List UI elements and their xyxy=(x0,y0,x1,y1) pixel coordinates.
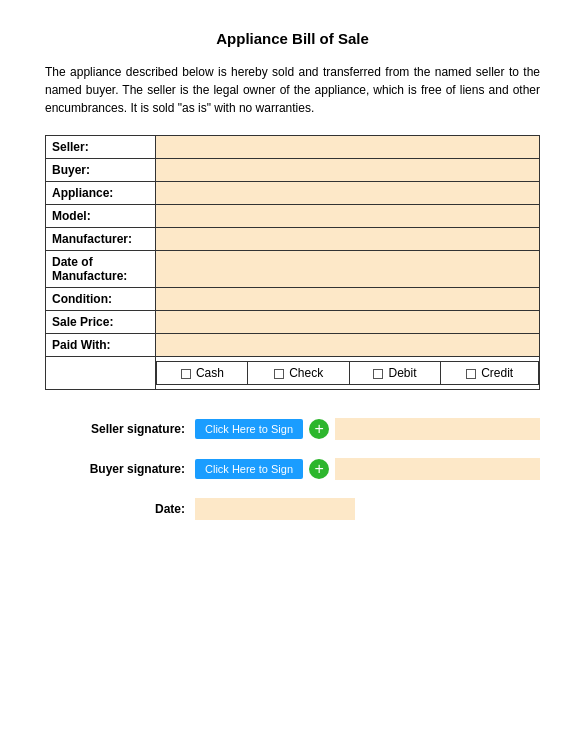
manufacturer-label: Manufacturer: xyxy=(46,228,156,251)
paid-with-input[interactable] xyxy=(156,334,540,357)
buyer-label: Buyer: xyxy=(46,159,156,182)
table-row: Buyer: xyxy=(46,159,540,182)
date-row: Date: xyxy=(65,498,540,520)
date-manufacture-input[interactable] xyxy=(156,251,540,288)
appliance-input[interactable] xyxy=(156,182,540,205)
seller-signature-label: Seller signature: xyxy=(65,422,195,436)
sale-price-input[interactable] xyxy=(156,311,540,334)
seller-label: Seller: xyxy=(46,136,156,159)
payment-label-empty xyxy=(46,357,156,390)
table-row: Date ofManufacture: xyxy=(46,251,540,288)
check-option[interactable]: Check xyxy=(248,362,349,385)
buyer-signature-input[interactable] xyxy=(335,458,540,480)
table-row: Appliance: xyxy=(46,182,540,205)
buyer-signature-row: Buyer signature: Click Here to Sign + xyxy=(65,458,540,480)
date-manufacture-label: Date ofManufacture: xyxy=(46,251,156,288)
seller-signature-input[interactable] xyxy=(335,418,540,440)
seller-signature-row: Seller signature: Click Here to Sign + xyxy=(65,418,540,440)
credit-checkbox[interactable] xyxy=(466,369,476,379)
buyer-signature-label: Buyer signature: xyxy=(65,462,195,476)
credit-label: Credit xyxy=(481,366,513,380)
buyer-signature-content: Click Here to Sign + xyxy=(195,458,540,480)
cash-label: Cash xyxy=(196,366,224,380)
form-table: Seller: Buyer: Appliance: Model: Manufac… xyxy=(45,135,540,390)
buyer-add-icon[interactable]: + xyxy=(309,459,329,479)
debit-checkbox[interactable] xyxy=(373,369,383,379)
table-row: Sale Price: xyxy=(46,311,540,334)
debit-option[interactable]: Debit xyxy=(349,362,440,385)
debit-label: Debit xyxy=(388,366,416,380)
appliance-label: Appliance: xyxy=(46,182,156,205)
cash-option[interactable]: Cash xyxy=(157,362,248,385)
seller-sign-button[interactable]: Click Here to Sign xyxy=(195,419,303,439)
model-input[interactable] xyxy=(156,205,540,228)
paid-with-label: Paid With: xyxy=(46,334,156,357)
table-row: Model: xyxy=(46,205,540,228)
intro-text: The appliance described below is hereby … xyxy=(45,63,540,117)
check-checkbox[interactable] xyxy=(274,369,284,379)
credit-option[interactable]: Credit xyxy=(441,362,539,385)
seller-signature-content: Click Here to Sign + xyxy=(195,418,540,440)
payment-options-row: Cash Check Debit Credit xyxy=(46,357,540,390)
check-label: Check xyxy=(289,366,323,380)
manufacturer-input[interactable] xyxy=(156,228,540,251)
seller-input[interactable] xyxy=(156,136,540,159)
condition-label: Condition: xyxy=(46,288,156,311)
signature-section: Seller signature: Click Here to Sign + B… xyxy=(45,418,540,520)
table-row: Condition: xyxy=(46,288,540,311)
seller-add-icon[interactable]: + xyxy=(309,419,329,439)
date-input[interactable] xyxy=(195,498,355,520)
model-label: Model: xyxy=(46,205,156,228)
table-row: Paid With: xyxy=(46,334,540,357)
buyer-sign-button[interactable]: Click Here to Sign xyxy=(195,459,303,479)
table-row: Seller: xyxy=(46,136,540,159)
page-title: Appliance Bill of Sale xyxy=(45,30,540,47)
cash-checkbox[interactable] xyxy=(181,369,191,379)
sale-price-label: Sale Price: xyxy=(46,311,156,334)
table-row: Manufacturer: xyxy=(46,228,540,251)
buyer-input[interactable] xyxy=(156,159,540,182)
condition-input[interactable] xyxy=(156,288,540,311)
date-label: Date: xyxy=(65,502,195,516)
